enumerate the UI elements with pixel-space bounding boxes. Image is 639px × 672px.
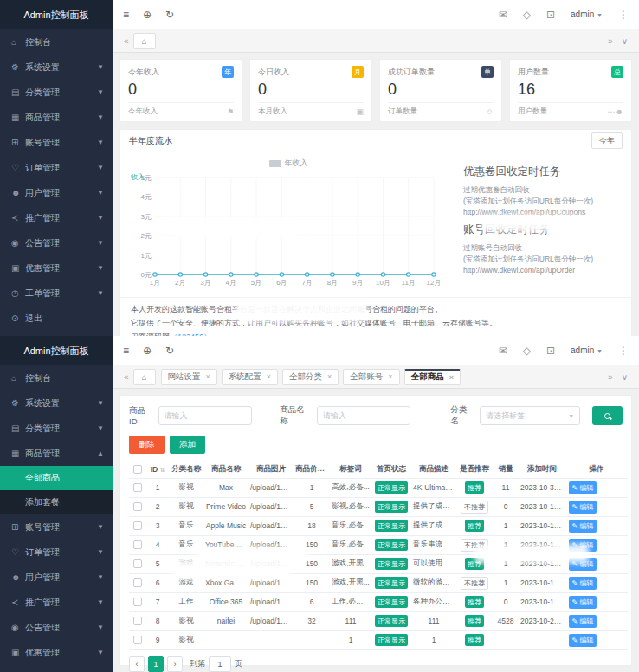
svg-text:11月: 11月 [402, 279, 416, 287]
message-icon[interactable]: ✉ [499, 345, 507, 357]
cell-image: /upload/169... [248, 592, 294, 611]
sidebar-subitem[interactable]: 添加套餐 [0, 490, 113, 514]
row-checkbox[interactable] [133, 598, 142, 606]
row-checkbox[interactable] [133, 502, 142, 511]
page-input[interactable] [209, 656, 231, 672]
tabs-right-icon[interactable]: » [608, 372, 613, 382]
next-page-button[interactable]: › [167, 656, 183, 672]
fullscreen-icon[interactable]: ⊡ [546, 345, 555, 357]
stat-card-2: 今日收入月0本月收入▣ [249, 59, 372, 122]
more-icon[interactable]: ⋮ [618, 345, 629, 357]
sidebar-item-2[interactable]: ⚙系统设置▼ [0, 55, 113, 80]
search-button[interactable] [592, 406, 623, 425]
tabs-left-icon[interactable]: « [124, 36, 129, 46]
tab-全部商品[interactable]: 全部商品× [404, 369, 461, 385]
edit-button[interactable]: ✎ 编辑 [569, 520, 597, 533]
sidebar-item-7[interactable]: ☻用户管理▼ [0, 180, 113, 205]
refresh-icon[interactable]: ↻ [165, 9, 174, 21]
tabs-left-icon[interactable]: « [124, 372, 129, 382]
sidebar-item-6[interactable]: ♡订单管理▼ [0, 155, 113, 180]
tabs-right-icon[interactable]: » [608, 36, 613, 46]
stat-badge: 年 [222, 66, 234, 78]
row-checkbox[interactable] [133, 578, 142, 587]
tab-全部账号[interactable]: 全部账号× [343, 369, 399, 385]
cell-time: 2023-10-19... [519, 573, 565, 592]
stat-foot-label: 今年收入 [128, 107, 158, 117]
sidebar-item-5[interactable]: ⊞账号管理▼ [0, 130, 113, 155]
more-icon[interactable]: ⋮ [618, 9, 629, 21]
user-menu[interactable]: admin ▼ [571, 346, 603, 355]
menu-icon[interactable]: ≡ [123, 345, 129, 357]
sidebar-item-9[interactable]: ◉公告管理▼ [0, 615, 113, 640]
product-name-input[interactable] [317, 406, 410, 425]
close-icon[interactable]: × [327, 372, 332, 381]
close-icon[interactable]: × [449, 373, 454, 382]
page-1-button[interactable]: 1 [148, 656, 164, 672]
sidebar-item-10[interactable]: ▣优惠管理▼ [0, 255, 113, 281]
row-checkbox[interactable] [133, 521, 142, 530]
cell-time: 2023-10-19... [519, 592, 565, 611]
cell-name [203, 630, 248, 649]
row-checkbox[interactable] [133, 540, 142, 549]
sidebar-item-3[interactable]: ▤分类管理▼ [0, 416, 113, 441]
bulk-delete-button[interactable]: 删除 [129, 436, 165, 454]
tabs-collapse-icon[interactable]: ∨ [622, 36, 628, 46]
close-icon[interactable]: × [206, 372, 210, 381]
sidebar-item-11[interactable]: ◷工单管理▼ [0, 281, 113, 306]
sidebar-item-8[interactable]: ≺推广管理▼ [0, 205, 113, 230]
edit-button[interactable]: ✎ 编辑 [569, 501, 597, 514]
sort-icon[interactable]: ⇅ [160, 467, 165, 473]
edit-button[interactable]: ✎ 编辑 [569, 481, 597, 494]
home-tab[interactable]: ⌂ [133, 369, 156, 385]
edit-button[interactable]: ✎ 编辑 [569, 577, 597, 590]
close-icon[interactable]: × [267, 372, 271, 381]
sidebar-item-12[interactable]: ⊙退出 [0, 306, 113, 331]
sidebar-item-7[interactable]: ☻用户管理▼ [0, 565, 113, 590]
sidebar-item-8[interactable]: ≺推广管理▼ [0, 590, 113, 615]
user-menu[interactable]: admin ▼ [571, 10, 603, 19]
refresh-icon[interactable]: ↻ [165, 345, 174, 357]
row-checkbox[interactable] [133, 483, 142, 492]
sidebar-item-4[interactable]: ▦商品管理▲ [0, 441, 113, 466]
edit-button[interactable]: ✎ 编辑 [569, 615, 597, 628]
row-checkbox[interactable] [133, 559, 142, 568]
sidebar-item-4[interactable]: ▦商品管理▼ [0, 105, 113, 130]
sidebar-item-1[interactable]: ⌂控制台 [0, 29, 113, 55]
sidebar-item-2[interactable]: ⚙系统设置▼ [0, 391, 113, 416]
tabs-collapse-icon[interactable]: ∨ [622, 372, 628, 382]
sidebar-item-9[interactable]: ◉公告管理▼ [0, 230, 113, 255]
tag-icon[interactable]: ◇ [523, 9, 531, 21]
sidebar-item-11[interactable]: ◷工单管理▼ [0, 665, 113, 672]
svg-text:1月: 1月 [150, 279, 160, 287]
pagination: ‹ 1 › 到第 页 [129, 656, 623, 672]
edit-button[interactable]: ✎ 编辑 [569, 596, 597, 609]
globe-icon[interactable]: ⊕ [143, 9, 152, 21]
tab-全部分类[interactable]: 全部分类× [282, 369, 339, 385]
sidebar-item-1[interactable]: ⌂控制台 [0, 365, 113, 391]
product-id-input[interactable] [158, 406, 252, 425]
select-all-checkbox[interactable] [133, 465, 142, 474]
tag-icon[interactable]: ◇ [523, 345, 531, 357]
sidebar-item-6[interactable]: ♡订单管理▼ [0, 540, 113, 565]
close-icon[interactable]: × [388, 372, 392, 381]
home-tab[interactable]: ⌂ [133, 33, 156, 49]
sidebar-item-10[interactable]: ▣优惠管理▼ [0, 640, 113, 665]
menu-icon[interactable]: ≡ [123, 9, 129, 21]
globe-icon[interactable]: ⊕ [143, 345, 152, 357]
add-button[interactable]: 添加 [170, 436, 205, 454]
row-checkbox[interactable] [133, 636, 142, 644]
edit-button[interactable]: ✎ 编辑 [569, 634, 597, 647]
tab-网站设置[interactable]: 网站设置× [161, 369, 217, 385]
year-filter-button[interactable]: 今年 [591, 132, 623, 149]
sort-icon[interactable]: ⇅ [326, 466, 330, 472]
prev-page-button[interactable]: ‹ [129, 656, 145, 672]
fullscreen-icon[interactable]: ⊡ [546, 9, 555, 21]
sidebar-item-3[interactable]: ▤分类管理▼ [0, 80, 113, 105]
cell-desc: 提供了成千... [411, 516, 456, 535]
sidebar-item-5[interactable]: ⊞账号管理▼ [0, 514, 113, 540]
tab-系统配置[interactable]: 系统配置× [222, 369, 278, 385]
sidebar-subitem[interactable]: 全部商品 [0, 466, 113, 490]
category-select[interactable]: 请选择标签 ▼ [480, 406, 580, 425]
message-icon[interactable]: ✉ [499, 9, 507, 21]
row-checkbox[interactable] [133, 617, 142, 625]
